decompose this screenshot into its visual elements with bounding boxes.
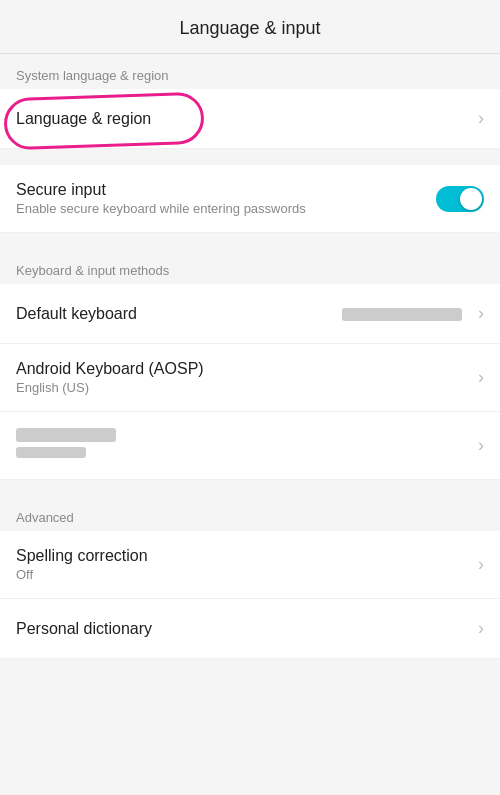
personal-dictionary-content: Personal dictionary — [16, 620, 470, 638]
system-language-section: Language & region › — [0, 89, 500, 149]
chevron-icon: › — [478, 303, 484, 324]
list-item-android-keyboard[interactable]: Android Keyboard (AOSP) English (US) › — [0, 344, 500, 412]
toggle-knob — [460, 188, 482, 210]
secure-input-content: Secure input Enable secure keyboard whil… — [16, 181, 436, 216]
page-title: Language & input — [179, 18, 320, 38]
android-keyboard-subtitle: English (US) — [16, 380, 470, 395]
section-label-system: System language & region — [0, 54, 500, 89]
secure-input-toggle[interactable] — [436, 186, 484, 212]
gap-2 — [0, 233, 500, 249]
list-item-spelling-correction[interactable]: Spelling correction Off › — [0, 531, 500, 599]
blurred-title-block — [16, 428, 116, 442]
android-keyboard-title: Android Keyboard (AOSP) — [16, 360, 470, 378]
blurred-value — [342, 308, 462, 321]
default-keyboard-title: Default keyboard — [16, 305, 342, 323]
list-item-blurred[interactable]: › — [0, 412, 500, 480]
secure-input-subtitle: Enable secure keyboard while entering pa… — [16, 201, 436, 216]
list-item-language-region[interactable]: Language & region › — [0, 89, 500, 149]
spelling-correction-subtitle: Off — [16, 567, 470, 582]
chevron-icon: › — [478, 108, 484, 129]
list-item-default-keyboard[interactable]: Default keyboard › — [0, 284, 500, 344]
gap-1 — [0, 149, 500, 165]
secure-input-section: Secure input Enable secure keyboard whil… — [0, 165, 500, 233]
spelling-correction-content: Spelling correction Off — [16, 547, 470, 582]
chevron-icon: › — [478, 367, 484, 388]
chevron-icon: › — [478, 435, 484, 456]
list-item-secure-input[interactable]: Secure input Enable secure keyboard whil… — [0, 165, 500, 233]
gap-3 — [0, 480, 500, 496]
advanced-section: Spelling correction Off › Personal dicti… — [0, 531, 500, 659]
language-region-title: Language & region — [16, 110, 470, 128]
default-keyboard-value — [342, 306, 462, 321]
default-keyboard-content: Default keyboard — [16, 305, 342, 323]
header: Language & input — [0, 0, 500, 54]
secure-input-title: Secure input — [16, 181, 436, 199]
blurred-item-content — [16, 428, 470, 463]
android-keyboard-content: Android Keyboard (AOSP) English (US) — [16, 360, 470, 395]
blurred-subtitle-block — [16, 447, 86, 458]
list-item-personal-dictionary[interactable]: Personal dictionary › — [0, 599, 500, 659]
chevron-icon: › — [478, 554, 484, 575]
spelling-correction-title: Spelling correction — [16, 547, 470, 565]
keyboard-section: Default keyboard › Android Keyboard (AOS… — [0, 284, 500, 480]
section-label-advanced: Advanced — [0, 496, 500, 531]
language-region-content: Language & region — [16, 110, 470, 128]
section-label-keyboard: Keyboard & input methods — [0, 249, 500, 284]
personal-dictionary-title: Personal dictionary — [16, 620, 470, 638]
chevron-icon: › — [478, 618, 484, 639]
